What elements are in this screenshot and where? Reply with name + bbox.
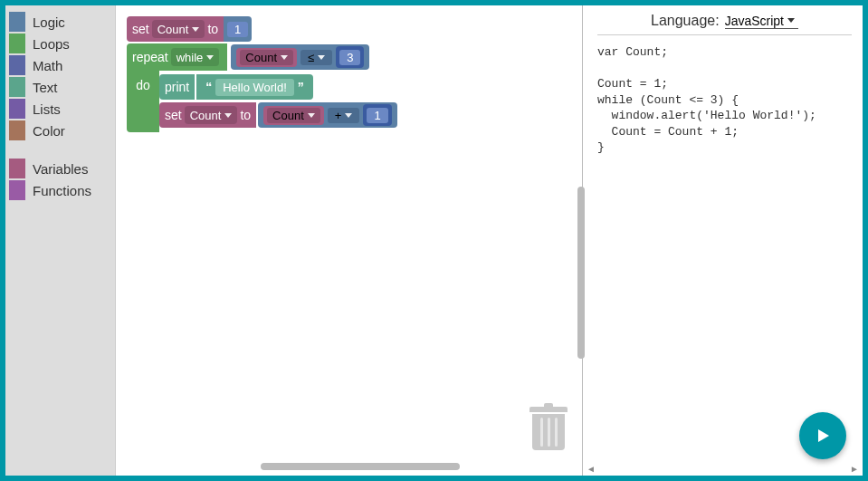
app-frame: LogicLoopsMathTextListsColor VariablesFu… <box>0 0 868 481</box>
category-color-swatch <box>9 159 25 178</box>
run-button[interactable] <box>799 412 846 459</box>
to-keyword: to <box>207 22 218 36</box>
chevron-down-icon <box>192 27 199 32</box>
arith-op-dropdown[interactable]: + <box>328 108 360 123</box>
while-dropdown[interactable]: while <box>171 48 220 66</box>
chevron-down-icon <box>345 113 352 118</box>
var-dropdown[interactable]: Count <box>152 20 205 38</box>
repeat-keyword: repeat <box>132 50 168 64</box>
category-color-swatch <box>9 34 25 53</box>
category-color-swatch <box>9 55 25 75</box>
chevron-down-icon <box>206 55 214 60</box>
chevron-down-icon <box>787 18 795 23</box>
set-keyword: set <box>132 22 149 36</box>
block-set-count-incr[interactable]: set Count to Count <box>159 101 397 129</box>
toolbox-item-logic[interactable]: Logic <box>5 11 115 33</box>
block-arithmetic[interactable]: Count + 1 <box>258 102 397 128</box>
category-color-swatch <box>9 120 25 140</box>
toolbox-label: Logic <box>33 14 65 30</box>
number-slot[interactable]: 3 <box>336 46 364 68</box>
set-keyword: set <box>165 108 182 122</box>
category-color-swatch <box>9 99 25 119</box>
print-keyword: print <box>165 80 189 94</box>
toolbox-item-math[interactable]: Math <box>5 54 115 76</box>
code-h-scrollbar[interactable]: ◄► <box>583 464 863 474</box>
chevron-down-icon <box>224 113 232 118</box>
category-color-swatch <box>9 77 25 97</box>
toolbox-label: Lists <box>33 101 61 117</box>
var-dropdown[interactable]: Count <box>185 106 238 124</box>
text-input[interactable]: Hello World! <box>215 79 294 96</box>
category-color-swatch <box>9 12 25 32</box>
number-input[interactable]: 1 <box>227 22 248 37</box>
toolbox-label: Math <box>33 58 62 73</box>
number-slot[interactable]: 1 <box>363 104 391 126</box>
chevron-down-icon <box>308 113 315 118</box>
generated-code: var Count; Count = 1; while (Count <= 3)… <box>597 44 852 468</box>
block-print[interactable]: print “ Hello World! ” <box>159 74 397 100</box>
toolbox-label: Functions <box>33 183 91 198</box>
play-icon <box>814 427 832 445</box>
toolbox-item-text[interactable]: Text <box>5 76 115 98</box>
workspace-h-scrollbar[interactable] <box>261 463 564 472</box>
scrollbar-thumb[interactable] <box>261 463 460 470</box>
workspace[interactable]: set Count to 1 repeat while <box>116 5 582 476</box>
toolbox-item-variables[interactable]: Variables <box>5 158 115 179</box>
category-color-swatch <box>9 180 25 200</box>
blocks-canvas[interactable]: set Count to 1 repeat while <box>127 16 397 132</box>
toolbox-label: Color <box>33 123 65 139</box>
toolbox-label: Variables <box>33 161 88 177</box>
quote-open-icon: “ <box>202 80 215 94</box>
toolbox-item-lists[interactable]: Lists <box>5 98 115 120</box>
language-label: Language: <box>651 13 720 29</box>
block-text-literal[interactable]: “ Hello World! ” <box>196 74 313 100</box>
quote-close-icon: ” <box>294 80 308 94</box>
chevron-down-icon <box>281 55 288 60</box>
toolbox-label: Loops <box>33 36 70 52</box>
code-panel: Language: JavaScript var Count; Count = … <box>582 5 863 476</box>
toolbox-item-functions[interactable]: Functions <box>5 179 115 201</box>
block-set-count-1[interactable]: set Count to 1 <box>127 16 397 42</box>
language-row: Language: JavaScript <box>597 13 852 35</box>
trash-icon[interactable] <box>529 407 568 450</box>
toolbox-item-loops[interactable]: Loops <box>5 33 115 54</box>
block-compare[interactable]: Count ≤ 3 <box>231 44 369 70</box>
block-repeat-while[interactable]: repeat while Count ≤ 3 <box>127 43 397 132</box>
compare-op-dropdown[interactable]: ≤ <box>300 50 332 65</box>
code-v-scrollbar[interactable] <box>577 187 585 359</box>
var-get-count[interactable]: Count <box>236 48 297 67</box>
toolbox-label: Text <box>33 80 58 95</box>
var-get-count[interactable]: Count <box>263 106 324 125</box>
to-keyword: to <box>240 108 251 122</box>
toolbox-item-color[interactable]: Color <box>5 120 115 141</box>
do-label: do <box>127 71 159 132</box>
language-select[interactable]: JavaScript <box>725 14 798 29</box>
chevron-down-icon <box>318 55 325 60</box>
toolbox-sidebar: LogicLoopsMathTextListsColor VariablesFu… <box>5 5 116 476</box>
